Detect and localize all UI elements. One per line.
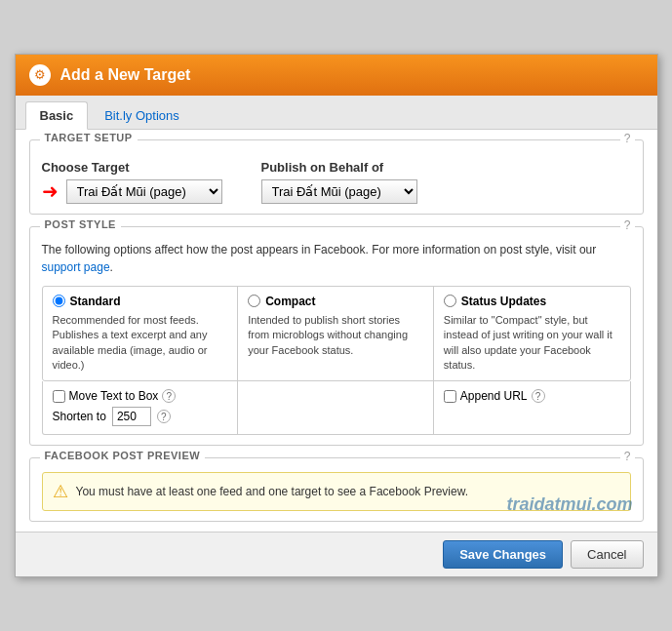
standard-header: Standard bbox=[53, 295, 228, 308]
fb-preview-body: ⚠ You must have at least one feed and on… bbox=[30, 458, 643, 521]
shorten-label: Shorten to bbox=[53, 410, 106, 423]
status-header: Status Updates bbox=[444, 295, 620, 308]
append-url-help-icon[interactable]: ? bbox=[532, 389, 545, 403]
shorten-row: Shorten to ? bbox=[53, 407, 228, 426]
choose-target-field: Choose Target ➜ Trai Đất Mũi (page) bbox=[42, 160, 222, 204]
move-text-help-icon[interactable]: ? bbox=[162, 389, 176, 403]
move-text-cell: Move Text to Box ? Shorten to ? bbox=[43, 381, 239, 434]
publish-on-behalf-select[interactable]: Trai Đất Mũi (page) bbox=[261, 179, 417, 204]
empty-cell bbox=[238, 381, 434, 434]
target-setup-section: TARGET SETUP ? Choose Target ➜ Trai Đất … bbox=[29, 139, 644, 215]
target-setup-body: Choose Target ➜ Trai Đất Mũi (page) Publ… bbox=[30, 140, 643, 214]
compact-label: Compact bbox=[265, 295, 315, 308]
style-option-compact: Compact Intended to publish short storie… bbox=[238, 287, 434, 381]
arrow-indicator: ➜ bbox=[42, 181, 59, 201]
move-text-label: Move Text to Box bbox=[69, 389, 159, 403]
compact-desc: Intended to publish short stories from m… bbox=[248, 313, 423, 358]
window-title: Add a New Target bbox=[60, 66, 191, 84]
preview-notice: ⚠ You must have at least one feed and on… bbox=[42, 472, 631, 511]
cancel-button[interactable]: Cancel bbox=[571, 540, 643, 569]
title-bar: ⚙ Add a New Target bbox=[16, 55, 657, 96]
choose-target-select[interactable]: Trai Đất Mũi (page) bbox=[66, 179, 222, 204]
notice-icon: ⚠ bbox=[53, 481, 68, 502]
style-option-status: Status Updates Similar to "Compact" styl… bbox=[434, 287, 630, 381]
target-setup-row: Choose Target ➜ Trai Đất Mũi (page) Publ… bbox=[42, 154, 631, 204]
post-style-description: The following options affect how the pos… bbox=[42, 241, 631, 276]
standard-radio[interactable] bbox=[53, 295, 65, 307]
style-option-standard: Standard Recommended for most feeds. Pub… bbox=[43, 287, 239, 381]
post-style-body: The following options affect how the pos… bbox=[30, 227, 643, 446]
notice-text: You must have at least one feed and one … bbox=[76, 485, 469, 498]
fb-preview-label: FACEBOOK POST PREVIEW bbox=[40, 450, 206, 461]
target-setup-label: TARGET SETUP bbox=[40, 132, 138, 143]
shorten-input[interactable] bbox=[112, 407, 151, 426]
post-style-label: POST STYLE bbox=[40, 218, 121, 230]
fb-preview-section: FACEBOOK POST PREVIEW ? ⚠ You must have … bbox=[29, 457, 644, 522]
standard-label: Standard bbox=[70, 295, 121, 308]
post-style-section: POST STYLE ? The following options affec… bbox=[29, 226, 644, 447]
status-radio[interactable] bbox=[444, 295, 456, 307]
standard-desc: Recommended for most feeds. Publishes a … bbox=[53, 313, 228, 374]
support-page-link[interactable]: support page bbox=[42, 260, 110, 274]
tab-bar: Basic Bit.ly Options bbox=[16, 96, 657, 130]
main-content: TARGET SETUP ? Choose Target ➜ Trai Đất … bbox=[16, 130, 657, 532]
tab-basic[interactable]: Basic bbox=[25, 101, 89, 130]
append-url-label: Append URL bbox=[460, 389, 528, 403]
compact-radio[interactable] bbox=[248, 295, 260, 307]
publish-on-behalf-field: Publish on Behalf of Trai Đất Mũi (page) bbox=[261, 160, 417, 204]
target-setup-help-icon[interactable]: ? bbox=[620, 132, 635, 145]
footer: Save Changes Cancel bbox=[16, 532, 657, 576]
options-bottom-grid: Move Text to Box ? Shorten to ? bbox=[42, 381, 631, 435]
tab-bitly[interactable]: Bit.ly Options bbox=[90, 101, 194, 129]
status-desc: Similar to "Compact" style, but instead … bbox=[444, 313, 620, 374]
choose-target-label: Choose Target bbox=[42, 160, 222, 175]
fb-preview-help-icon[interactable]: ? bbox=[620, 450, 635, 463]
append-url-row: Append URL ? bbox=[444, 389, 620, 403]
append-url-cell: Append URL ? bbox=[434, 381, 630, 434]
choose-target-wrapper: ➜ Trai Đất Mũi (page) bbox=[42, 179, 222, 204]
append-url-checkbox[interactable] bbox=[444, 390, 456, 403]
save-button[interactable]: Save Changes bbox=[443, 540, 563, 569]
move-text-row: Move Text to Box ? bbox=[53, 389, 228, 403]
compact-header: Compact bbox=[248, 295, 423, 308]
publish-on-behalf-label: Publish on Behalf of bbox=[261, 160, 417, 175]
shorten-help-icon[interactable]: ? bbox=[157, 410, 171, 423]
move-text-checkbox[interactable] bbox=[53, 390, 65, 403]
post-style-help-icon[interactable]: ? bbox=[620, 218, 635, 232]
status-label: Status Updates bbox=[461, 295, 546, 308]
title-icon: ⚙ bbox=[29, 64, 51, 86]
style-options-grid: Standard Recommended for most feeds. Pub… bbox=[42, 286, 631, 382]
